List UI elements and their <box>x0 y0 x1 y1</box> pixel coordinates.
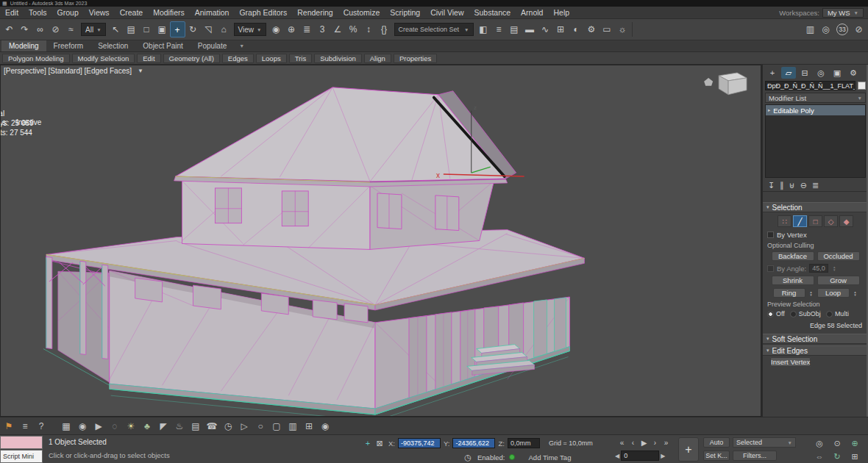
by-angle-spinner[interactable]: ▴ ▾ <box>831 265 837 271</box>
viewport-quality-badge[interactable]: 33 <box>836 24 848 35</box>
object-name-field[interactable]: ÐpÐ_Ð_Ñ_Ð_Ñ_Ñ__1_FLAT_PART <box>765 81 855 90</box>
track-flag-icon[interactable]: ⚑ <box>1 419 16 434</box>
projector-icon[interactable]: ▶ <box>91 419 106 434</box>
preview-option[interactable]: Multi <box>826 310 849 317</box>
y-coord-field[interactable]: -24365,622 <box>452 438 495 448</box>
menu-item[interactable]: Tools <box>24 8 52 17</box>
by-angle-value[interactable]: 45,0 <box>809 264 828 273</box>
ribbon-panel-button[interactable]: Tris <box>289 54 312 63</box>
tree-icon[interactable]: ♣ <box>140 419 154 434</box>
insert-vertex-button[interactable]: Insert Vertex <box>770 357 811 367</box>
element-mode-icon[interactable]: ◆ <box>839 215 853 227</box>
enabled-indicator[interactable] <box>509 454 515 460</box>
next-frame-icon[interactable]: › <box>650 437 661 449</box>
select-by-name-icon[interactable]: ▤ <box>124 21 139 37</box>
display-tab-icon[interactable]: ▣ <box>830 67 844 79</box>
by-vertex-row[interactable]: By Vertex <box>766 229 865 240</box>
spinner-down-icon[interactable]: ▾ <box>831 268 837 271</box>
ribbon-panel-button[interactable]: Subdivision <box>314 54 362 63</box>
loop-spinner[interactable]: ▴ ▾ <box>853 290 858 296</box>
selection-rollout-header[interactable]: ▾ Selection <box>763 202 868 212</box>
spinner-down-icon[interactable]: ▾ <box>853 293 858 296</box>
menu-item[interactable]: Civil View <box>425 8 469 17</box>
current-frame-field[interactable]: 0 <box>621 451 659 461</box>
select-and-rotate-icon[interactable]: ↻ <box>185 21 201 37</box>
ring-spinner[interactable]: ▴ ▾ <box>808 290 814 296</box>
render-setup-icon[interactable]: ⚙ <box>584 21 600 37</box>
unlink-selection-icon[interactable]: ⊘ <box>48 21 63 37</box>
frame-prev-icon[interactable]: ◀ <box>615 453 619 459</box>
render-production-icon[interactable]: ☼ <box>615 21 630 37</box>
align-icon[interactable]: ≡ <box>491 21 507 37</box>
zoom-all-icon[interactable]: ⊙ <box>828 437 846 449</box>
perspective-viewport[interactable]: [Perspective] [Standard] [Edged Faces] ▼… <box>0 65 761 417</box>
menu-item[interactable]: Scripting <box>385 8 425 17</box>
maxscript-mini-listener-macro[interactable] <box>0 436 43 449</box>
menu-item[interactable]: Edit <box>0 8 24 17</box>
ring-button[interactable]: Ring <box>773 288 805 298</box>
media-player-icon[interactable]: ▷ <box>237 419 252 434</box>
make-unique-icon[interactable]: ⊎ <box>789 181 795 190</box>
ribbon-panel-button[interactable]: Edges <box>222 54 254 63</box>
mirror-icon[interactable]: ◧ <box>476 21 491 37</box>
snaps-toggle-3d-icon[interactable]: 3 <box>315 21 330 37</box>
phone-icon[interactable]: ☎ <box>204 419 219 434</box>
by-vertex-checkbox[interactable] <box>767 232 774 238</box>
workspace-selector[interactable]: My WS ▼ <box>822 8 864 18</box>
selection-lock-icon[interactable]: ⊠ <box>374 437 385 449</box>
viewport-filter-icon[interactable]: ▼ <box>138 68 143 74</box>
menu-item[interactable]: Customize <box>338 8 385 17</box>
modify-tab-icon[interactable]: ▱ <box>781 67 796 79</box>
panel-icon[interactable]: ▥ <box>285 419 300 434</box>
window-crossing-icon[interactable]: ▣ <box>154 21 170 37</box>
select-object-icon[interactable]: ↖ <box>108 21 124 37</box>
loop-button[interactable]: Loop <box>817 288 850 298</box>
shrink-button[interactable]: Shrink <box>772 276 814 285</box>
menu-item[interactable]: Arnold <box>516 8 548 17</box>
selection-region-icon[interactable]: + <box>362 437 374 449</box>
help-icon[interactable]: ? <box>34 419 49 434</box>
remove-modifier-icon[interactable]: ⊖ <box>800 181 807 190</box>
isolate-selection-icon[interactable]: ⊘ <box>851 21 867 37</box>
manage-layers-icon[interactable]: ▥ <box>803 21 818 37</box>
set-keys-button[interactable]: + <box>678 437 699 462</box>
ribbon-panel-button[interactable]: Properties <box>394 54 437 63</box>
set-key-button[interactable]: Set K... <box>703 451 730 461</box>
keyboard-override-icon[interactable]: ≣ <box>299 21 315 37</box>
lamp-icon[interactable]: ○ <box>253 419 268 434</box>
x-coord-field[interactable]: -90375,742 <box>398 438 441 448</box>
menu-item[interactable]: Modifiers <box>148 8 190 17</box>
stack-item[interactable]: ▸ Editable Poly <box>766 105 865 115</box>
auto-key-button[interactable]: Auto <box>703 437 730 448</box>
orbit-icon[interactable]: ↻ <box>828 451 846 462</box>
selection-filter-dropdown[interactable]: All ▼ <box>81 23 106 36</box>
percent-snap-icon[interactable]: % <box>346 21 361 37</box>
ribbon-minimize-icon[interactable]: ▼ <box>234 40 249 51</box>
rectangular-selection-icon[interactable]: □ <box>139 21 154 37</box>
radio-icon[interactable] <box>826 311 833 317</box>
toggle-ribbon-icon[interactable]: ▬ <box>522 21 538 37</box>
ribbon-panel-button[interactable]: Edit <box>137 54 160 63</box>
spinner-down-icon[interactable]: ▾ <box>808 293 814 296</box>
menu-item[interactable]: Rendering <box>292 8 338 17</box>
curve-editor-icon[interactable]: ∿ <box>538 21 553 37</box>
go-to-start-icon[interactable]: « <box>616 437 627 449</box>
zoom-icon[interactable]: ◎ <box>811 437 828 449</box>
video-camera-icon[interactable]: ◉ <box>75 419 90 434</box>
preview-option[interactable]: Off <box>767 310 785 317</box>
border-mode-icon[interactable]: □ <box>808 215 822 227</box>
maxscript-mini-listener[interactable]: Script Mini <box>0 450 43 463</box>
menu-icon[interactable]: ≡ <box>18 419 32 434</box>
edit-edges-rollout-header[interactable]: ▾ Edit Edges <box>763 345 868 356</box>
viewcube[interactable] <box>704 73 747 95</box>
teapot-icon[interactable]: ♨ <box>172 419 187 434</box>
object-color-swatch[interactable] <box>858 82 866 90</box>
grid-plus-icon[interactable]: ⊞ <box>302 419 316 434</box>
rendered-frame-icon[interactable]: ▭ <box>600 21 615 37</box>
undo-icon[interactable]: ↶ <box>1 21 17 37</box>
spinner-snap-icon[interactable]: ↕ <box>361 21 377 37</box>
named-selection-sets-icon[interactable]: {} <box>377 21 392 37</box>
preview-option[interactable]: SubObj <box>790 310 821 317</box>
ribbon-tab[interactable]: Freeform <box>46 40 91 51</box>
by-angle-checkbox[interactable] <box>767 265 774 272</box>
